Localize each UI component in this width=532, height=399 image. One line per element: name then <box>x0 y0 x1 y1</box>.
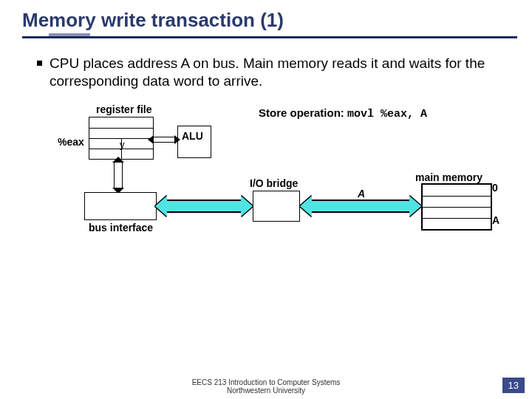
page-number: 13 <box>502 378 525 393</box>
bus-arrow-right <box>312 200 409 213</box>
label-eax: %eax <box>58 136 84 148</box>
label-register-file: register file <box>96 103 151 115</box>
label-A-on-bus: A <box>358 188 365 200</box>
label-mem-addr-A: A <box>492 214 499 226</box>
bus-interface-box <box>84 192 157 220</box>
label-main-memory: main memory <box>415 171 482 183</box>
arrow-regfile-alu <box>154 137 174 143</box>
register-file-box <box>89 117 154 160</box>
label-mem-index-0: 0 <box>492 182 498 194</box>
footer: EECS 213 Introduction to Computer System… <box>0 378 532 395</box>
arrow-regfile-businterface <box>114 163 123 188</box>
label-y: y <box>120 139 125 150</box>
main-memory-box <box>421 183 492 231</box>
footer-line-1: EECS 213 Introduction to Computer System… <box>0 378 532 386</box>
bullet-text: CPU places address A on bus. Main memory… <box>50 55 510 90</box>
slide-title: Memory write transaction (1) <box>22 9 517 32</box>
diagram: register file Store operation: movl %eax… <box>37 103 510 266</box>
label-io-bridge: I/O bridge <box>250 177 298 189</box>
title-rule <box>22 36 517 38</box>
bus-arrow-left <box>167 200 241 213</box>
code-store-operation: movl %eax, A <box>347 108 427 120</box>
label-bus-interface: bus interface <box>89 222 153 233</box>
bullet-point: CPU places address A on bus. Main memory… <box>37 55 510 90</box>
footer-line-2: Northwestern University <box>0 386 532 395</box>
io-bridge-box <box>253 191 300 222</box>
label-store-operation: Store operation: <box>259 106 344 119</box>
label-alu: ALU <box>182 130 203 142</box>
bullet-icon <box>37 61 42 66</box>
